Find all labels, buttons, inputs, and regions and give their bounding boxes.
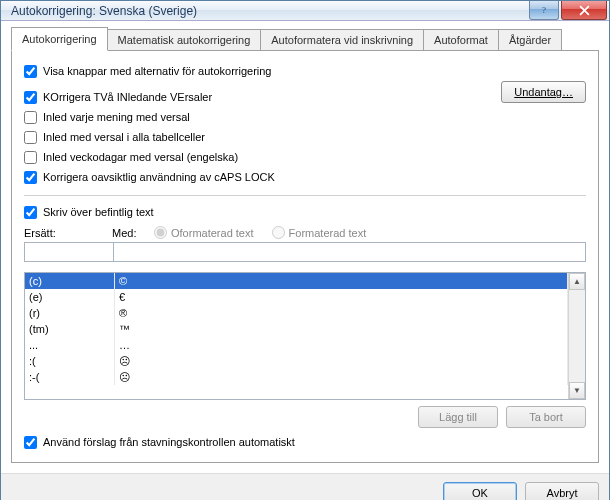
- cancel-button[interactable]: Avbryt: [525, 482, 599, 500]
- list-item-from: ...: [25, 337, 115, 353]
- cap-table-checkbox[interactable]: [24, 131, 37, 144]
- tab-autocorrect[interactable]: Autokorrigering: [11, 27, 108, 51]
- plain-text-radio[interactable]: [154, 226, 167, 239]
- cap-sentence-label: Inled varje mening med versal: [43, 111, 190, 123]
- cap-days-label: Inled veckodagar med versal (engelska): [43, 151, 238, 163]
- cap-table-label: Inled med versal i alla tabellceller: [43, 131, 205, 143]
- replace-column-label: Ersätt:: [24, 227, 102, 239]
- tab-autoformat[interactable]: Autoformat: [423, 29, 499, 51]
- ok-button[interactable]: OK: [443, 482, 517, 500]
- show-autocorrect-buttons-checkbox[interactable]: [24, 65, 37, 78]
- dialog-footer: OK Avbryt: [1, 473, 609, 500]
- plain-text-radio-label: Oformaterad text: [154, 226, 254, 239]
- list-item-to: ©: [115, 273, 567, 289]
- client-area: Autokorrigering Matematisk autokorrigeri…: [1, 21, 609, 473]
- list-item-to: ®: [115, 305, 567, 321]
- list-item-from: (c): [25, 273, 115, 289]
- caps-lock-checkbox[interactable]: [24, 171, 37, 184]
- correct-two-caps-checkbox[interactable]: [24, 91, 37, 104]
- show-autocorrect-buttons-label: Visa knappar med alternativ för autokorr…: [43, 65, 271, 77]
- list-item-from: :(: [25, 353, 115, 369]
- scroll-track[interactable]: [569, 290, 585, 382]
- tab-math-autocorrect[interactable]: Matematisk autokorrigering: [107, 29, 262, 51]
- replace-text-label: Skriv över befintlig text: [43, 206, 154, 218]
- list-item-from: (r): [25, 305, 115, 321]
- list-item-to: ☹: [115, 353, 567, 369]
- tab-panel: Visa knappar med alternativ för autokorr…: [11, 50, 599, 463]
- delete-button[interactable]: Ta bort: [506, 406, 586, 428]
- window-controls: ?: [529, 1, 609, 20]
- list-item[interactable]: (r)®: [25, 305, 568, 321]
- dialog-window: Autokorrigering: Svenska (Sverige) ? Aut…: [0, 0, 610, 500]
- scroll-up-button[interactable]: ▲: [569, 273, 585, 290]
- formatted-text-radio[interactable]: [272, 226, 285, 239]
- list-item[interactable]: (c)©: [25, 273, 568, 289]
- list-item[interactable]: ...…: [25, 337, 568, 353]
- correct-two-caps-label: KOrrigera TVå INledande VErsaler: [43, 91, 212, 103]
- list-item-to: €: [115, 289, 567, 305]
- list-item-from: (tm): [25, 321, 115, 337]
- list-item[interactable]: (e)€: [25, 289, 568, 305]
- add-button[interactable]: Lägg till: [418, 406, 498, 428]
- list-item-to: …: [115, 337, 567, 353]
- list-item[interactable]: :(☹: [25, 353, 568, 369]
- replace-input[interactable]: [24, 242, 114, 262]
- list-item-from: (e): [25, 289, 115, 305]
- close-button[interactable]: [561, 1, 607, 20]
- list-item-to: ™: [115, 321, 567, 337]
- use-spell-suggestions-label: Använd förslag från stavningskontrollen …: [43, 436, 295, 448]
- replacement-list-body[interactable]: (c)©(e)€(r)®(tm)™...…:(☹:-(☹: [25, 273, 568, 399]
- svg-text:?: ?: [542, 5, 546, 15]
- list-item-from: :-(: [25, 369, 115, 385]
- help-button[interactable]: ?: [529, 1, 559, 20]
- cap-days-checkbox[interactable]: [24, 151, 37, 164]
- formatted-text-radio-label: Formaterad text: [272, 226, 367, 239]
- list-scrollbar[interactable]: ▲ ▼: [568, 273, 585, 399]
- scroll-down-button[interactable]: ▼: [569, 382, 585, 399]
- replace-text-checkbox[interactable]: [24, 206, 37, 219]
- titlebar: Autokorrigering: Svenska (Sverige) ?: [1, 1, 609, 21]
- separator: [24, 195, 586, 196]
- tab-actions[interactable]: Åtgärder: [498, 29, 562, 51]
- list-item[interactable]: :-(☹: [25, 369, 568, 385]
- tab-autoformat-typing[interactable]: Autoformatera vid inskrivning: [260, 29, 424, 51]
- replace-columns-header: Ersätt: Med: Oformaterad text Formaterad…: [24, 226, 586, 239]
- window-title: Autokorrigering: Svenska (Sverige): [11, 4, 529, 18]
- tab-strip: Autokorrigering Matematisk autokorrigeri…: [11, 29, 599, 51]
- caps-lock-label: Korrigera oavsiktlig användning av cAPS …: [43, 171, 275, 183]
- exceptions-button[interactable]: Undantag…: [501, 81, 586, 103]
- list-item-to: ☹: [115, 369, 567, 385]
- with-input[interactable]: [113, 242, 586, 262]
- list-item[interactable]: (tm)™: [25, 321, 568, 337]
- with-column-label: Med:: [112, 227, 144, 239]
- cap-sentence-checkbox[interactable]: [24, 111, 37, 124]
- use-spell-suggestions-checkbox[interactable]: [24, 436, 37, 449]
- replacement-list: (c)©(e)€(r)®(tm)™...…:(☹:-(☹ ▲ ▼: [24, 272, 586, 400]
